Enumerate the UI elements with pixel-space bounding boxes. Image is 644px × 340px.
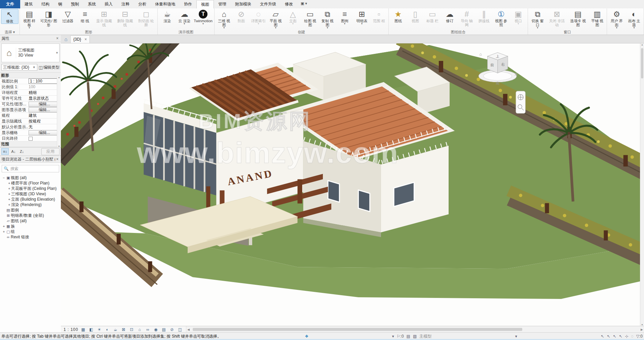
close-icon[interactable]: × <box>84 37 87 42</box>
browser-item[interactable]: ▱图纸 (all) <box>0 218 61 224</box>
ribbon-tab-分析[interactable]: 分析 <box>134 0 151 8</box>
view-selector-combo[interactable]: 三维视图: {3D} ▼ <box>1 64 37 71</box>
ribbon-tab-注释[interactable]: 注释 <box>117 0 134 8</box>
property-value[interactable] <box>29 136 61 141</box>
sort-descending-button[interactable]: Z↓ <box>18 148 26 155</box>
drag-on-selection-toggle-icon[interactable]: ⊹ <box>625 334 629 339</box>
view-scale-button[interactable]: 1 : 100 <box>64 327 78 332</box>
property-section-图形[interactable]: 图形 <box>0 73 61 78</box>
render-button[interactable]: ☕渲染 <box>159 9 176 23</box>
property-value[interactable]: 建筑 <box>29 113 61 118</box>
plan-view-button[interactable]: ▱平面 视图▾ <box>267 9 284 29</box>
type-selector[interactable]: ⌂ 三维视图 3D View ▼ <box>1 43 60 62</box>
visual-style-icon[interactable]: ◧ <box>89 327 94 332</box>
property-section-范围[interactable]: 范围 <box>0 141 61 147</box>
ribbon-tab-建筑[interactable]: 建筑 <box>20 0 37 8</box>
legends-button[interactable]: ≡图例▾ <box>336 9 353 25</box>
ribbon-tab-协作[interactable]: 协作 <box>180 0 196 8</box>
ribbon-tab-修改[interactable]: 修改 <box>280 0 297 8</box>
tree-expander-icon[interactable]: + <box>7 198 11 201</box>
tree-expander-icon[interactable]: + <box>2 230 6 234</box>
visibility-graphics-button[interactable]: ◨可见性/ 图形 <box>38 9 59 27</box>
thin-lines-button[interactable]: ≡细 线 <box>77 9 93 23</box>
chevron-down-icon[interactable]: ▼ <box>55 51 59 55</box>
modify-button[interactable]: ↖修改 <box>1 9 18 24</box>
show-crop-icon[interactable]: ⊡ <box>129 327 134 332</box>
property-value[interactable]: 无 <box>29 124 61 130</box>
browser-item[interactable]: +渲染 (Rendering) <box>0 202 61 207</box>
temporary-view-properties-icon[interactable]: ▤ <box>161 327 166 332</box>
cloud-render-button[interactable]: ☁云 渲染▾ <box>176 9 193 25</box>
chevron-down-icon[interactable]: ▾ <box>392 334 394 339</box>
checkbox[interactable] <box>29 137 33 141</box>
reveal-hidden-elements-icon[interactable]: ◉ <box>153 327 158 332</box>
browser-item[interactable]: +立面 (Building Elevation) <box>0 197 61 202</box>
tree-expander-icon[interactable]: + <box>7 187 11 191</box>
sort-default-button[interactable]: ≡↕ <box>1 148 9 155</box>
schedules-button[interactable]: ⊞明细表▾ <box>353 9 370 25</box>
ribbon-tab-管理[interactable]: 管理 <box>214 0 231 8</box>
user-interface-button[interactable]: ⚙用户 界面▾ <box>608 9 625 29</box>
select-links-toggle-icon[interactable]: ↖ <box>601 334 604 339</box>
ribbon-tab-插入[interactable]: 插入 <box>100 0 117 8</box>
tree-expander-icon[interactable]: + <box>7 181 11 185</box>
property-value[interactable]: 编辑... <box>29 102 61 107</box>
crop-view-icon[interactable]: ⊠ <box>121 327 126 332</box>
detail-level-icon[interactable]: ▦ <box>81 327 86 332</box>
chevron-down-icon[interactable]: ▾ <box>515 334 517 339</box>
browser-item[interactable]: ∞Revit 链接 <box>0 234 61 240</box>
tree-expander-icon[interactable]: + <box>7 192 11 196</box>
sort-ascending-button[interactable]: A↓ <box>10 148 17 155</box>
unlocked-view-icon[interactable]: ⌂ <box>137 327 142 332</box>
sheet-button[interactable]: ★图纸 <box>390 9 407 23</box>
sun-path-icon[interactable]: ☀ <box>97 327 102 332</box>
ribbon-tab-系统[interactable]: 系统 <box>83 0 100 8</box>
twinmotion-button[interactable]: TTwinmotion▾ <box>193 9 213 25</box>
property-value[interactable]: 编辑... <box>29 107 61 112</box>
ribbon-display-toggle[interactable]: ▣ ▾ <box>299 0 308 8</box>
duplicate-view-button[interactable]: ⧉复制 视图▾ <box>319 9 336 29</box>
home-icon[interactable]: ⌂ <box>62 36 70 43</box>
tile-views-button[interactable]: ▥平铺 视图 <box>589 9 606 27</box>
property-value[interactable]: 100 <box>29 84 61 89</box>
browser-item[interactable]: +天花板平面 (Ceiling Plan) <box>0 186 61 191</box>
tree-expander-icon[interactable]: − <box>2 176 6 180</box>
select-pinned-toggle-icon[interactable]: ↖ <box>613 334 616 339</box>
shadows-icon[interactable]: ◐ <box>105 327 110 332</box>
select-by-face-toggle-icon[interactable]: ↖ <box>619 334 622 339</box>
edit-button[interactable]: 编辑... <box>29 102 60 107</box>
view-tab-3d[interactable]: {3D} × <box>70 35 90 43</box>
viewcube-home-icon[interactable]: ⌂ <box>479 52 482 57</box>
performance-adviser-icon[interactable]: ❖ <box>305 334 309 339</box>
ribbon-tab-结构[interactable]: 结构 <box>37 0 54 8</box>
edit-type-button[interactable]: ◫ 编辑类型 <box>39 65 60 70</box>
browser-item[interactable]: +▢组 <box>0 229 61 234</box>
3d-canvas[interactable]: ANAND <box>61 43 644 326</box>
edit-button[interactable]: 编辑... <box>29 130 60 135</box>
ribbon-tab-钢[interactable]: 钢 <box>54 0 67 8</box>
worksharing-display-icon[interactable]: ◫ <box>178 327 183 332</box>
ribbon-tab-预制[interactable]: 预制 <box>67 0 83 8</box>
property-value[interactable]: 精细 <box>29 90 61 96</box>
browser-item[interactable]: +楼层平面 (Floor Plan) <box>0 180 61 186</box>
temporary-hide-isolate-icon[interactable]: ∞ <box>145 327 150 332</box>
canvas-theme-button[interactable]: ◐画布 主题▾ <box>626 9 643 29</box>
edit-button[interactable]: 编辑... <box>29 107 60 112</box>
project-browser-close-icon[interactable]: × <box>55 157 60 162</box>
worksets-dialog-icon[interactable]: ▤ <box>407 334 410 339</box>
properties-scrollbar[interactable]: ▲▼ <box>57 76 61 147</box>
browser-item[interactable]: ▤图例 <box>0 207 61 213</box>
ribbon-tab-体量和场地[interactable]: 体量和场地 <box>151 0 180 8</box>
file-menu-button[interactable]: 文件 <box>0 0 20 8</box>
tree-expander-icon[interactable]: + <box>2 225 6 228</box>
editing-requests-icon[interactable]: ⚐:0 <box>397 334 404 339</box>
filters-button[interactable]: ▽过滤器 <box>60 9 76 23</box>
steering-wheel-icon[interactable] <box>518 95 523 100</box>
revisions-button[interactable]: ☁修订 <box>441 9 458 23</box>
design-options-icon[interactable]: ▧ <box>413 334 417 339</box>
navigation-bar[interactable] <box>516 91 525 113</box>
view-template-button[interactable]: ▤视图 样板▾ <box>21 9 38 29</box>
tree-expander-icon[interactable]: + <box>7 203 11 207</box>
browser-item[interactable]: ⊞明细表/数量 (全部) <box>0 213 61 218</box>
horizontal-scrollbar[interactable]: ◀▶ <box>186 326 644 333</box>
